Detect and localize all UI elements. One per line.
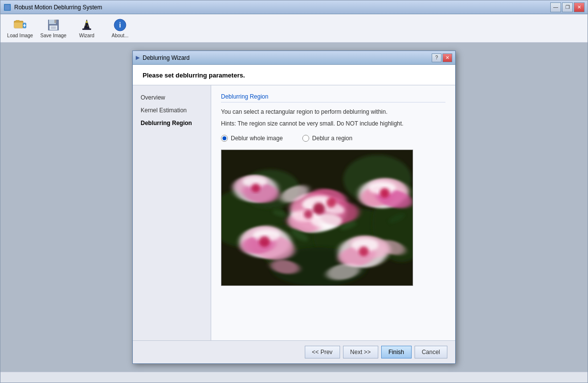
svg-point-47 (380, 188, 390, 198)
radio-region-circle[interactable] (302, 135, 309, 142)
nav-panel: Overview Kernel Estimation Deblurring Re… (133, 85, 211, 340)
app-title: Robust Motion Deblurring System (14, 4, 550, 11)
section-title: Deblurring Region (221, 93, 445, 102)
dialog-help-button[interactable]: ? (432, 53, 441, 62)
dialog-title-icon: ▶ (136, 54, 140, 61)
wizard-icon (80, 18, 94, 32)
radio-whole-image[interactable]: Deblur whole image (221, 135, 283, 142)
svg-point-40 (326, 198, 336, 207)
svg-rect-12 (51, 26, 56, 29)
toolbar: Load Image Save Image (0, 14, 588, 43)
svg-text:i: i (119, 21, 121, 29)
image-preview (221, 150, 413, 286)
radio-region-label: Deblur a region (312, 135, 352, 142)
dialog-footer: << Prev Next >> Finish Cancel (133, 340, 455, 363)
deblurring-wizard-dialog: ▶ Deblurring Wizard ? ✕ Please set deblu… (132, 51, 456, 364)
svg-point-39 (313, 203, 325, 214)
svg-point-41 (304, 210, 313, 219)
save-image-button[interactable]: Save Image (38, 16, 69, 41)
finish-button[interactable]: Finish (381, 346, 412, 358)
dialog-overlay: ▶ Deblurring Wizard ? ✕ Please set deblu… (0, 43, 588, 372)
radio-group: Deblur whole image Deblur a region (221, 135, 445, 142)
wizard-button[interactable]: Wizard (71, 16, 102, 41)
svg-point-17 (87, 26, 88, 26)
load-image-button[interactable]: Load Image (4, 16, 36, 41)
dialog-title: Deblurring Wizard (143, 54, 432, 61)
dialog-title-bar: ▶ Deblurring Wizard ? ✕ (133, 51, 455, 65)
content-panel: Deblurring Region You can select a recta… (211, 85, 455, 340)
svg-rect-4 (16, 20, 20, 22)
about-icon: i (113, 18, 127, 32)
load-image-label: Load Image (7, 33, 33, 38)
title-bar: Robust Motion Deblurring System — ❐ ✕ (0, 0, 588, 14)
section-hint: Hints: The region size cannot be very sm… (221, 119, 445, 128)
svg-rect-10 (54, 20, 56, 23)
app-window: Robust Motion Deblurring System — ❐ ✕ Lo… (0, 0, 588, 383)
svg-point-16 (85, 25, 86, 26)
dialog-header-title: Please set deblurring parameters. (143, 72, 245, 79)
restore-button[interactable]: ❐ (562, 2, 573, 12)
section-description: You can select a rectangular region to p… (221, 107, 445, 116)
dialog-controls: ? ✕ (432, 53, 452, 62)
nav-item-deblurring-region[interactable]: Deblurring Region (133, 117, 211, 129)
nav-item-kernel-estimation[interactable]: Kernel Estimation (133, 104, 211, 117)
about-label: About... (112, 33, 128, 38)
wizard-label: Wizard (79, 33, 94, 38)
svg-rect-1 (5, 5, 10, 10)
svg-marker-13 (84, 20, 90, 29)
load-image-icon (13, 18, 27, 32)
nav-item-overview[interactable]: Overview (133, 91, 211, 104)
svg-point-63 (359, 247, 368, 256)
save-image-icon (47, 18, 60, 32)
save-image-label: Save Image (40, 33, 66, 38)
cancel-button[interactable]: Cancel (415, 346, 447, 358)
svg-rect-14 (82, 28, 91, 30)
svg-point-53 (259, 236, 270, 247)
about-button[interactable]: i About... (104, 16, 136, 41)
minimize-button[interactable]: — (550, 2, 561, 12)
radio-region[interactable]: Deblur a region (302, 135, 352, 142)
window-controls: — ❐ ✕ (550, 2, 585, 12)
status-bar (0, 372, 588, 383)
dialog-header: Please set deblurring parameters. (133, 65, 455, 85)
svg-point-58 (251, 184, 260, 193)
prev-button[interactable]: << Prev (305, 346, 340, 358)
app-icon (3, 3, 11, 11)
svg-rect-3 (14, 23, 23, 28)
main-content: ▶ Deblurring Wizard ? ✕ Please set deblu… (0, 43, 588, 372)
radio-whole-image-circle[interactable] (221, 135, 228, 142)
next-button[interactable]: Next >> (343, 346, 378, 358)
close-button[interactable]: ✕ (574, 2, 585, 12)
dialog-close-button[interactable]: ✕ (442, 53, 452, 62)
svg-point-15 (86, 21, 88, 23)
radio-whole-image-label: Deblur whole image (231, 135, 283, 142)
dialog-body: Overview Kernel Estimation Deblurring Re… (133, 85, 455, 340)
